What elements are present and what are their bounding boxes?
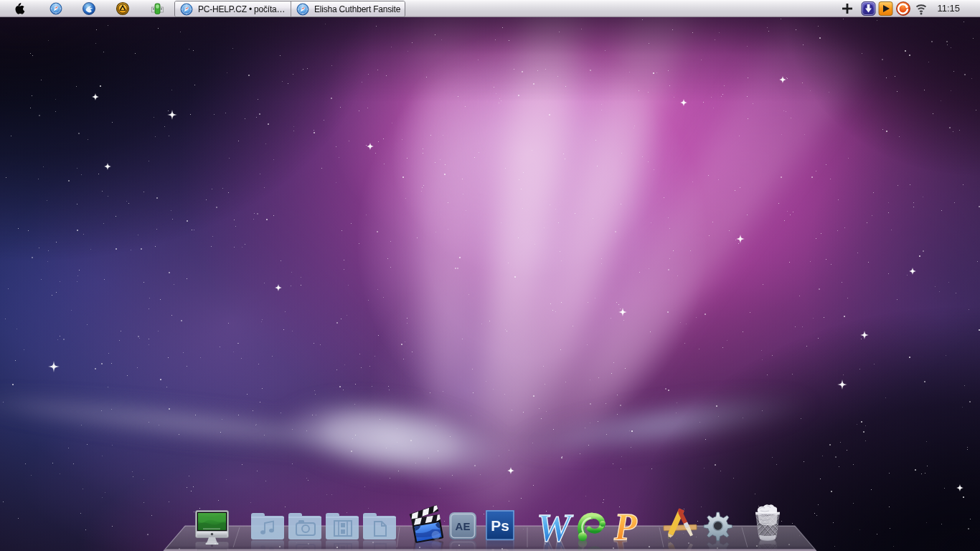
svg-text:P: P (613, 507, 638, 547)
svg-text:Ps: Ps (491, 517, 509, 534)
svg-text:AE: AE (456, 520, 471, 532)
svg-text:W: W (537, 507, 574, 550)
